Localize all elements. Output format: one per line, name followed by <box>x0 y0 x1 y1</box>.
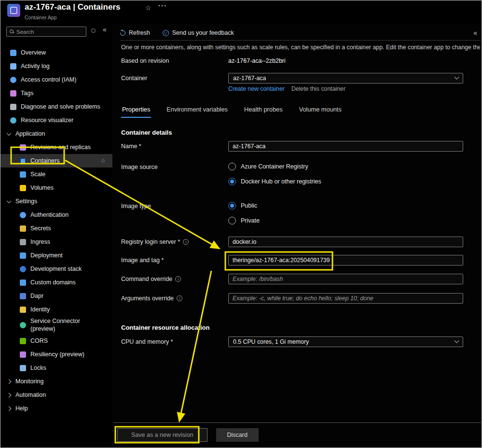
containers-icon <box>20 158 26 164</box>
name-row: Name * <box>121 141 463 152</box>
discard-button[interactable]: Discard <box>216 428 259 442</box>
chevron-right-icon <box>7 392 12 397</box>
tab-environment-variables[interactable]: Environment variables <box>165 106 229 118</box>
info-icon[interactable] <box>183 239 189 245</box>
azure-portal-page: az-1767-aca | Containers Container App ☆… <box>0 0 482 448</box>
access-control-icon <box>10 77 16 83</box>
sidebar-item-volumes[interactable]: Volumes <box>0 181 112 195</box>
sidebar-group-monitoring[interactable]: Monitoring <box>0 375 112 388</box>
activity-log-icon <box>10 63 16 70</box>
radio-selected-icon <box>228 178 236 185</box>
sidebar-item-service-connector[interactable]: Service Connector (preview) <box>0 316 112 334</box>
page-title: az-1767-aca | Containers <box>25 2 120 12</box>
sidebar-item-custom-domains[interactable]: Custom domains <box>0 276 112 289</box>
revision-value: az-1767-aca--2zb2bri <box>228 57 286 64</box>
sidebar-item-containers[interactable]: Containers ☆ <box>0 154 112 168</box>
secrets-icon <box>20 225 26 232</box>
name-input[interactable] <box>228 141 463 152</box>
favorite-star-icon[interactable]: ☆ <box>145 4 151 12</box>
sidebar-item-dapr[interactable]: Dapr <box>0 289 112 303</box>
command-override-input[interactable] <box>228 274 463 284</box>
sidebar-item-diagnose[interactable]: Diagnose and solve problems <box>0 100 112 113</box>
sidebar: « Overview Activity log Access control (… <box>0 24 112 448</box>
wrench-icon <box>10 104 16 110</box>
sidebar-item-deployment[interactable]: Deployment <box>0 249 112 262</box>
delete-this-container-link[interactable]: Delete this container <box>291 85 345 92</box>
radio-public[interactable]: Public <box>228 202 260 210</box>
refresh-button[interactable]: Refresh <box>120 29 150 36</box>
based-on-revision-row: Based on revision az-1767-aca--2zb2bri <box>121 57 463 64</box>
ingress-icon <box>20 239 26 245</box>
service-connector-icon <box>20 322 26 328</box>
sidebar-item-revisions[interactable]: Revisions and replicas <box>0 140 112 154</box>
collapse-panel-icon[interactable]: « <box>473 29 477 37</box>
cors-icon <box>20 338 26 344</box>
arguments-override-input[interactable] <box>228 293 463 304</box>
sidebar-item-activity-log[interactable]: Activity log <box>0 59 112 73</box>
save-as-new-revision-button[interactable]: Save as a new revision <box>117 428 207 442</box>
resource-visualizer-icon <box>10 117 16 124</box>
section-container-details: Container details <box>121 129 172 136</box>
main-content: Refresh Send us your feedback « One or m… <box>112 24 481 447</box>
create-new-container-link[interactable]: Create new container <box>228 85 285 92</box>
sidebar-group-automation[interactable]: Automation <box>0 388 112 402</box>
sidebar-item-locks[interactable]: Locks <box>0 361 112 375</box>
more-options-icon[interactable]: ··· <box>158 1 167 10</box>
radio-icon <box>228 217 236 224</box>
chevron-right-icon <box>7 379 12 384</box>
container-dropdown[interactable]: az-1767-aca <box>228 73 463 84</box>
dapr-icon <box>20 293 26 299</box>
tab-health-probes[interactable]: Health probes <box>243 106 284 118</box>
radio-azure-container-registry[interactable]: Azure Container Registry <box>228 163 321 170</box>
sidebar-item-development-stack[interactable]: Development stack <box>0 262 112 276</box>
container-app-icon <box>7 4 20 17</box>
resiliency-icon <box>20 351 26 358</box>
sidebar-item-tags[interactable]: Tags <box>0 86 112 100</box>
tab-volume-mounts[interactable]: Volume mounts <box>298 106 343 118</box>
registry-login-server-input[interactable] <box>228 237 463 247</box>
search-box[interactable] <box>6 27 86 37</box>
footer-divider <box>113 422 481 423</box>
favorite-icon: ☆ <box>100 157 106 164</box>
cpu-memory-row: CPU and memory * 0.5 CPU cores, 1 Gi mem… <box>121 336 463 347</box>
sidebar-item-secrets[interactable]: Secrets <box>0 222 112 235</box>
section-resource-allocation: Container resource allocation <box>121 324 210 331</box>
smiley-icon <box>163 30 169 36</box>
sidebar-item-cors[interactable]: CORS <box>0 334 112 348</box>
radio-docker-hub[interactable]: Docker Hub or other registries <box>228 178 321 185</box>
sidebar-group-application[interactable]: Application <box>0 127 112 140</box>
sidebar-item-scale[interactable]: Scale <box>0 168 112 181</box>
sidebar-item-ingress[interactable]: Ingress <box>0 235 112 249</box>
development-stack-icon <box>20 266 26 272</box>
revisions-icon <box>20 144 26 151</box>
sidebar-item-access-control[interactable]: Access control (IAM) <box>0 73 112 86</box>
volumes-icon <box>20 185 26 191</box>
blade-header: az-1767-aca | Containers Container App ☆… <box>0 0 482 24</box>
menu-options-icon[interactable] <box>91 28 96 33</box>
image-and-tag-input[interactable] <box>228 255 463 266</box>
collapse-menu-icon[interactable]: « <box>103 26 107 33</box>
page-subtitle: Container App <box>25 14 57 20</box>
toolbar-divider <box>120 40 481 41</box>
image-type-options: Public Private <box>228 202 260 224</box>
feedback-button[interactable]: Send us your feedback <box>163 29 234 36</box>
info-icon[interactable] <box>175 276 181 282</box>
image-source-row: Image source Azure Container Registry Do… <box>121 163 463 185</box>
sidebar-group-settings[interactable]: Settings <box>0 195 112 208</box>
sidebar-item-resource-visualizer[interactable]: Resource visualizer <box>0 113 112 127</box>
info-icon[interactable] <box>177 295 182 301</box>
tab-properties[interactable]: Properties <box>121 106 151 118</box>
search-input[interactable] <box>16 29 91 35</box>
sidebar-item-identity[interactable]: Identity <box>0 303 112 316</box>
sidebar-group-help[interactable]: Help <box>0 402 112 415</box>
sidebar-item-resiliency[interactable]: Resiliency (preview) <box>0 348 112 361</box>
radio-private[interactable]: Private <box>228 217 260 224</box>
page-description: One or more containers, along with setti… <box>121 44 480 51</box>
sidebar-item-authentication[interactable]: Authentication <box>0 208 112 222</box>
image-source-options: Azure Container Registry Docker Hub or o… <box>228 163 321 185</box>
cpu-memory-dropdown[interactable]: 0.5 CPU cores, 1 Gi memory <box>228 336 463 347</box>
tab-bar: Properties Environment variables Health … <box>121 106 343 118</box>
search-icon <box>10 29 14 34</box>
custom-domains-icon <box>20 280 26 286</box>
sidebar-item-overview[interactable]: Overview <box>0 46 112 59</box>
